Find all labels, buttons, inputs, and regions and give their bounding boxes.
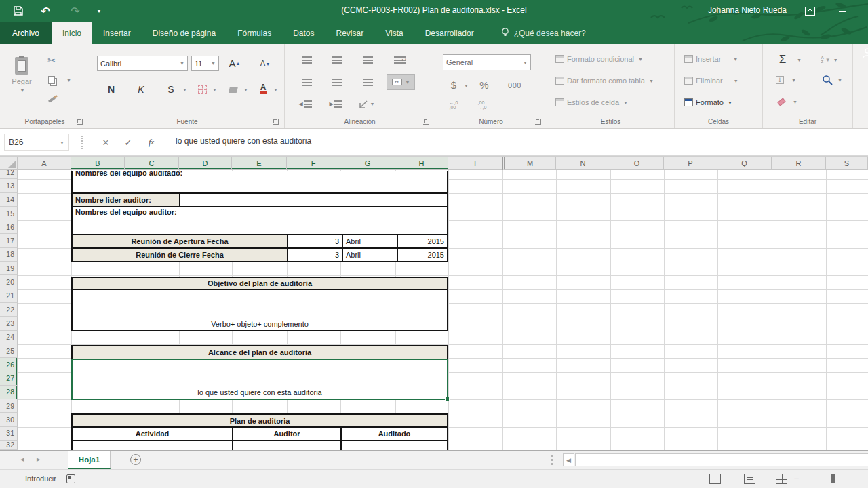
row-header-25[interactable]: 25 <box>0 344 18 358</box>
row-header-19[interactable]: 19 <box>0 262 18 275</box>
tab-datos[interactable]: Datos <box>282 22 325 44</box>
cell-equipo-auditado[interactable]: Nombres del equipo auditado: <box>71 171 448 194</box>
cell-apertura-label[interactable]: Reunión de Apertura Fecha <box>73 235 288 247</box>
font-name-combobox[interactable]: Calibri▼ <box>97 56 188 71</box>
merge-center-button[interactable]: ↔▼ <box>387 74 415 90</box>
cell-col-actividad[interactable]: Actividad <box>73 428 233 440</box>
column-header-M[interactable]: M <box>502 157 556 170</box>
row-header-12[interactable]: 12 <box>0 170 18 179</box>
scroll-left-icon[interactable]: ◀ <box>563 453 574 466</box>
column-header-D[interactable]: D <box>179 157 232 170</box>
cell-cierre-dia[interactable]: 3 <box>288 249 342 261</box>
fuente-dialog-launcher-icon[interactable] <box>273 119 279 125</box>
decrease-indent-button[interactable]: ◀ <box>297 98 313 109</box>
column-header-I[interactable]: I <box>448 157 502 170</box>
row-header-31[interactable]: 31 <box>0 427 18 441</box>
column-header-A[interactable]: A <box>18 157 71 170</box>
cell-styles-button[interactable]: Estilos de celda▼ <box>555 98 628 106</box>
underline-button[interactable]: S <box>163 81 178 98</box>
numero-dialog-launcher-icon[interactable] <box>535 119 541 125</box>
fill-color-dropdown-icon[interactable]: ▼ <box>243 87 248 92</box>
format-cells-button[interactable]: Formato▼ <box>684 98 732 106</box>
accounting-format-button[interactable]: $ <box>448 78 460 92</box>
undo-button[interactable]: ↶ <box>38 3 53 19</box>
decrease-font-size-button[interactable]: A▼ <box>256 56 274 71</box>
row-header-14[interactable]: 14 <box>0 193 18 207</box>
confirm-entry-button[interactable]: ✓ <box>119 135 137 150</box>
column-header-G[interactable]: G <box>340 157 395 170</box>
align-middle-button[interactable] <box>330 54 344 65</box>
column-header-N[interactable]: N <box>556 157 610 170</box>
horizontal-scrollbar[interactable] <box>575 453 868 466</box>
fill-handle[interactable] <box>445 396 450 401</box>
tab-vista[interactable]: Vista <box>374 22 414 44</box>
row-header-29[interactable]: 29 <box>0 399 18 413</box>
tab-archivo[interactable]: Archivo <box>0 22 52 44</box>
redo-button[interactable]: ↷ <box>68 3 83 19</box>
align-right-button[interactable] <box>361 77 374 87</box>
conditional-formatting-button[interactable]: Formato condicional▼ <box>555 55 643 63</box>
new-sheet-button[interactable]: + <box>130 454 141 465</box>
cell-lider-auditor-label[interactable]: Nombre lider auditor: <box>73 194 180 206</box>
bold-button[interactable]: N <box>104 81 119 98</box>
column-header-Q[interactable]: Q <box>717 157 772 170</box>
percent-style-button[interactable]: % <box>477 78 491 92</box>
row-header-22[interactable]: 22 <box>0 303 18 317</box>
row-header-18[interactable]: 18 <box>0 248 18 262</box>
minimize-button[interactable] <box>835 5 849 17</box>
column-header-O[interactable]: O <box>610 157 664 170</box>
row-header-32[interactable]: 32 <box>0 441 18 450</box>
cell-apertura-mes[interactable]: Abril <box>342 235 397 247</box>
fill-dropdown-icon[interactable]: ▼ <box>791 78 796 83</box>
zoom-slider-thumb[interactable] <box>831 474 835 483</box>
align-left-button[interactable] <box>300 77 313 87</box>
cell-cierre-label[interactable]: Reunión de Cierre Fecha <box>73 249 288 261</box>
delete-cells-button[interactable]: Eliminar▼ <box>684 77 738 85</box>
paste-button[interactable]: Pegar ▼ <box>7 51 37 98</box>
qat-customize-button[interactable]: ▼ <box>94 3 104 19</box>
row-header-23[interactable]: 23 <box>0 317 18 330</box>
copy-button[interactable] <box>45 74 58 86</box>
row-header-16[interactable]: 16 <box>0 220 18 234</box>
align-bottom-button[interactable] <box>361 54 374 65</box>
orientation-button[interactable]: ▼ <box>358 98 376 109</box>
cell-alcance-header[interactable]: Alcance del plan de auditoria <box>71 345 448 359</box>
cell-plan-header[interactable]: Plan de auditoria <box>71 413 448 427</box>
save-button[interactable] <box>11 3 26 19</box>
column-header-P[interactable]: P <box>664 157 717 170</box>
font-color-button[interactable]: A <box>257 82 269 96</box>
formula-bar-splitter[interactable] <box>81 136 83 149</box>
row-header-26[interactable]: 26 <box>0 358 18 371</box>
row-header-21[interactable]: 21 <box>0 289 18 303</box>
copy-dropdown-icon[interactable]: ▼ <box>66 78 71 83</box>
font-color-dropdown-icon[interactable]: ▼ <box>273 87 278 92</box>
prev-sheet-icon[interactable]: ◂ <box>20 455 24 464</box>
increase-font-size-button[interactable]: A▲ <box>226 55 243 71</box>
column-header-H[interactable]: H <box>395 157 448 170</box>
format-painter-button[interactable] <box>45 94 58 105</box>
cell-objetivo-header[interactable]: Objetivo del plan de auditoria <box>71 277 448 290</box>
tab-diseno-de-pagina[interactable]: Diseño de página <box>142 22 226 44</box>
underline-dropdown-icon[interactable]: ▼ <box>182 87 187 92</box>
tab-desarrollador[interactable]: Desarrollador <box>414 22 485 44</box>
number-format-combobox[interactable]: General▼ <box>443 54 531 70</box>
cell-objetivo-hint[interactable]: Verbo+ objeto+ complemento <box>71 290 448 331</box>
normal-view-button[interactable] <box>709 474 721 484</box>
column-header-R[interactable]: R <box>772 157 826 170</box>
wrap-text-button[interactable]: ↩ <box>392 53 408 66</box>
column-header-C[interactable]: C <box>125 157 179 170</box>
find-select-dropdown-icon[interactable]: ▼ <box>837 78 842 83</box>
formula-input[interactable]: lo que usted quiere con esta auditoria <box>176 136 311 146</box>
cancel-entry-button[interactable]: ✕ <box>97 135 115 150</box>
autosum-button[interactable]: Σ <box>775 52 790 67</box>
cell-lider-auditor-value[interactable] <box>180 194 447 206</box>
row-plan-empty[interactable] <box>71 441 448 450</box>
accounting-dropdown-icon[interactable]: ▼ <box>464 83 469 88</box>
tab-inicio[interactable]: Inicio <box>52 22 92 44</box>
cell-equipo-auditor[interactable]: Nombres del equipo auditor: <box>71 207 448 235</box>
row-header-13[interactable]: 13 <box>0 179 18 192</box>
increase-indent-button[interactable]: ▶ <box>328 98 344 109</box>
row-header-17[interactable]: 17 <box>0 234 18 247</box>
borders-button[interactable] <box>196 83 208 96</box>
tab-insertar[interactable]: Insertar <box>92 22 142 44</box>
